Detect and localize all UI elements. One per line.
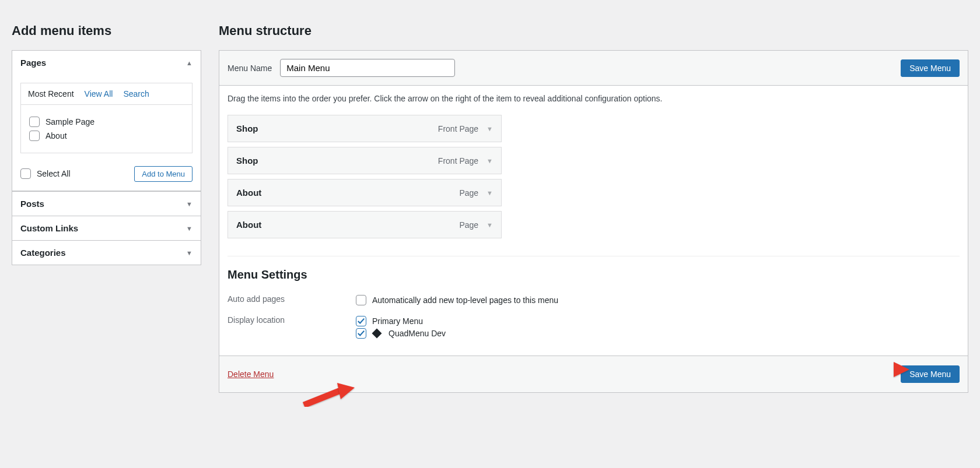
metabox-title: Categories (20, 248, 66, 258)
caret-up-icon: ▲ (186, 59, 192, 66)
menu-item-type: Page (459, 220, 478, 230)
caret-down-icon[interactable]: ▼ (487, 221, 493, 228)
diamond-icon (372, 329, 382, 339)
location-checkbox[interactable] (356, 328, 366, 339)
display-location-label: Display location (228, 314, 356, 325)
auto-add-label: Auto add pages (228, 293, 356, 304)
location-label: Primary Menu (372, 316, 423, 326)
menu-item[interactable]: Shop Front Page ▼ (228, 115, 502, 142)
menu-settings-heading: Menu Settings (228, 256, 960, 281)
location-checkbox[interactable] (356, 316, 366, 326)
select-all-checkbox[interactable] (20, 168, 31, 179)
auto-add-checkbox[interactable] (356, 295, 366, 305)
page-checkbox[interactable] (29, 117, 40, 127)
collapsed-metabox: Categories ▼ (12, 241, 201, 265)
save-menu-button-top[interactable]: Save Menu (901, 59, 960, 77)
menu-name-input[interactable] (280, 59, 455, 77)
menu-item-title: Shop (236, 156, 258, 166)
menu-item[interactable]: About Page ▼ (228, 211, 502, 238)
menu-item-title: About (236, 220, 261, 230)
metabox-title: Posts (20, 199, 44, 209)
add-items-heading: Add menu items (12, 23, 201, 38)
menu-panel: Menu Name Save Menu Drag the items into … (219, 50, 968, 393)
collapsed-metabox: Posts ▼ (12, 191, 201, 216)
select-all-label: Select All (37, 169, 71, 178)
menu-item[interactable]: Shop Front Page ▼ (228, 147, 502, 174)
metabox-toggle[interactable]: Posts ▼ (12, 192, 201, 216)
pages-metabox: Pages ▲ Most Recent View All Search Samp… (12, 50, 201, 191)
tab-most-recent[interactable]: Most Recent (28, 89, 74, 98)
page-label: Sample Page (46, 117, 94, 126)
location-row: Primary Menu (356, 316, 960, 326)
caret-down-icon: ▼ (186, 200, 192, 207)
metabox-toggle[interactable]: Custom Links ▼ (12, 216, 201, 240)
save-menu-button-bottom[interactable]: Save Menu (901, 365, 960, 383)
metabox-toggle[interactable]: Categories ▼ (12, 241, 201, 265)
delete-menu-link[interactable]: Delete Menu (228, 370, 274, 379)
menu-item-type: Front Page (438, 124, 478, 133)
instructions-text: Drag the items into the order you prefer… (228, 94, 960, 103)
location-row: QuadMenu Dev (356, 328, 960, 339)
caret-down-icon: ▼ (186, 225, 192, 232)
page-checkbox[interactable] (29, 131, 40, 141)
caret-down-icon[interactable]: ▼ (487, 157, 493, 164)
page-item: Sample Page (29, 117, 184, 127)
menu-item-title: Shop (236, 124, 258, 133)
caret-down-icon: ▼ (186, 249, 192, 256)
caret-down-icon[interactable]: ▼ (487, 189, 493, 196)
location-label: QuadMenu Dev (388, 329, 446, 338)
pages-tab-pane: Sample Page About (20, 104, 192, 153)
pages-toggle[interactable]: Pages ▲ (12, 51, 201, 75)
menu-item-type: Front Page (438, 156, 478, 166)
menu-item[interactable]: About Page ▼ (228, 179, 502, 206)
auto-add-option-label: Automatically add new top-level pages to… (372, 295, 558, 305)
pages-tabs: Most Recent View All Search (20, 83, 192, 104)
add-to-menu-button[interactable]: Add to Menu (134, 166, 192, 182)
menu-item-title: About (236, 188, 261, 198)
menu-item-type: Page (459, 188, 478, 198)
tab-search[interactable]: Search (123, 89, 149, 98)
tab-view-all[interactable]: View All (85, 89, 113, 98)
pages-title: Pages (20, 58, 46, 68)
caret-down-icon[interactable]: ▼ (487, 125, 493, 132)
metabox-title: Custom Links (20, 223, 78, 233)
collapsed-metabox: Custom Links ▼ (12, 216, 201, 241)
page-label: About (46, 131, 67, 140)
menu-structure-heading: Menu structure (219, 23, 968, 38)
page-item: About (29, 131, 184, 141)
menu-name-label: Menu Name (228, 64, 272, 73)
